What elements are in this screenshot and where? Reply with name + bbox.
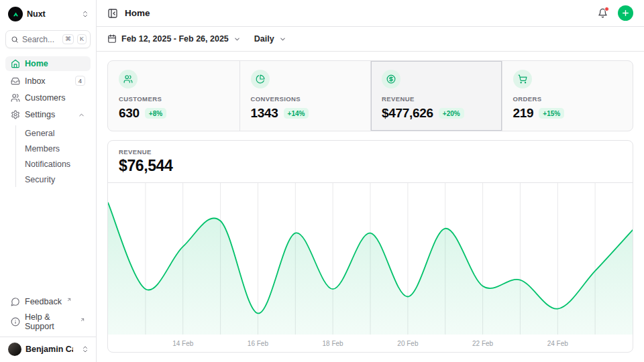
stat-value: 219 — [513, 106, 534, 121]
svg-text:16 Feb: 16 Feb — [248, 340, 269, 347]
topbar: Home — [97, 0, 644, 27]
sidebar-item-inbox[interactable]: Inbox 4 — [5, 73, 91, 88]
workspace-switcher[interactable]: Nuxt — [5, 5, 91, 23]
add-button[interactable] — [618, 5, 633, 21]
sidebar-item-label: Settings — [25, 110, 55, 119]
period-select[interactable]: Daily — [254, 34, 286, 44]
svg-text:18 Feb: 18 Feb — [323, 340, 344, 347]
page-title: Home — [125, 8, 150, 18]
workspace-name: Nuxt — [27, 9, 46, 19]
notifications-button[interactable] — [598, 8, 608, 18]
sidebar-item-home[interactable]: Home — [5, 56, 91, 71]
gear-icon — [11, 110, 20, 119]
svg-text:20 Feb: 20 Feb — [397, 340, 419, 347]
chevron-down-icon — [233, 36, 241, 43]
message-bubble-icon — [11, 297, 20, 306]
svg-text:14 Feb: 14 Feb — [172, 340, 194, 347]
stat-delta-badge: +15% — [539, 108, 564, 119]
collapse-sidebar-button[interactable] — [107, 8, 118, 19]
sidebar: Nuxt Search... ⌘ K Home Inbox 4 Customer… — [0, 0, 97, 362]
chart-pie-icon — [251, 70, 270, 88]
search-input[interactable]: Search... ⌘ K — [5, 30, 91, 48]
kbd-meta: ⌘ — [62, 34, 74, 44]
search-icon — [11, 36, 19, 44]
stat-label: CUSTOMERS — [119, 95, 229, 103]
sidebar-footer: Feedback Help & Support — [5, 294, 91, 337]
footer-item-label: Feedback — [25, 297, 62, 306]
revenue-chart-header: REVENUE $76,544 — [108, 141, 633, 183]
user-menu[interactable]: Benjamin Canac — [0, 337, 96, 362]
revenue-area-chart: 14 Feb16 Feb18 Feb20 Feb22 Feb24 Feb — [108, 183, 633, 352]
stat-card-conversions[interactable]: CONVERSIONS 1343 +14% — [239, 61, 371, 131]
users-icon — [11, 93, 20, 103]
sidebar-item-label: Home — [25, 59, 48, 68]
svg-text:22 Feb: 22 Feb — [472, 340, 494, 347]
sidebar-item-notifications[interactable]: Notifications — [25, 156, 91, 172]
shopping-cart-icon — [513, 70, 532, 88]
chart-title: REVENUE — [119, 148, 622, 156]
stat-delta-badge: +20% — [439, 108, 464, 119]
content: CUSTOMERS 630 +8% CONVERSIONS 1343 +14% — [97, 52, 644, 362]
kbd-k: K — [77, 34, 87, 44]
chevrons-up-down-icon — [81, 345, 89, 353]
sidebar-item-label: Customers — [25, 93, 65, 103]
stat-card-revenue[interactable]: REVENUE $477,626 +20% — [370, 61, 502, 131]
help-support-link[interactable]: Help & Support — [5, 310, 91, 333]
inbox-icon — [11, 76, 20, 86]
chevron-down-icon — [279, 36, 286, 43]
stat-value: 1343 — [251, 106, 278, 121]
stat-value: 630 — [119, 106, 140, 121]
stat-value: $477,626 — [382, 106, 433, 121]
revenue-chart-card: REVENUE $76,544 14 Feb16 Feb18 Feb20 Feb… — [107, 140, 633, 353]
stat-label: ORDERS — [513, 95, 623, 103]
date-range-picker[interactable]: Feb 12, 2025 - Feb 26, 2025 — [107, 34, 241, 44]
stat-label: CONVERSIONS — [251, 95, 360, 103]
avatar — [8, 343, 21, 356]
feedback-link[interactable]: Feedback — [5, 294, 91, 308]
period-value: Daily — [254, 34, 274, 44]
chart-current-value: $76,544 — [119, 157, 622, 175]
svg-text:24 Feb: 24 Feb — [547, 340, 569, 347]
stat-delta-badge: +14% — [284, 108, 309, 119]
users-icon — [119, 70, 138, 88]
stat-card-orders[interactable]: ORDERS 219 +15% — [502, 61, 633, 131]
panel-left-close-icon — [107, 8, 118, 19]
inbox-count-badge: 4 — [75, 76, 85, 86]
main-area: Home Feb 12, 2025 - Feb 26, 2025 Daily — [97, 0, 644, 362]
sidebar-item-customers[interactable]: Customers — [5, 90, 91, 105]
home-icon — [11, 59, 20, 68]
chevrons-up-down-icon — [81, 10, 89, 18]
external-link-icon — [66, 297, 72, 302]
stat-card-customers[interactable]: CUSTOMERS 630 +8% — [108, 61, 239, 131]
calendar-icon — [107, 34, 117, 44]
stats-row: CUSTOMERS 630 +8% CONVERSIONS 1343 +14% — [107, 60, 633, 131]
user-name: Benjamin Canac — [25, 345, 73, 354]
notification-dot — [604, 7, 609, 11]
info-circle-icon — [11, 317, 20, 326]
filters-toolbar: Feb 12, 2025 - Feb 26, 2025 Daily — [97, 27, 644, 52]
dashboard-page: { "colors": { "accent": "#00c16a", "acce… — [0, 0, 644, 362]
circle-dollar-icon — [382, 70, 400, 88]
stat-label: REVENUE — [382, 95, 491, 103]
settings-submenu: General Members Notifications Security — [15, 125, 91, 187]
chevron-up-icon — [78, 111, 85, 119]
footer-item-label: Help & Support — [25, 312, 75, 331]
sidebar-item-general[interactable]: General — [25, 125, 91, 141]
search-placeholder: Search... — [22, 35, 54, 44]
sidebar-item-members[interactable]: Members — [25, 141, 91, 156]
external-link-icon — [80, 317, 85, 322]
stat-delta-badge: +8% — [145, 108, 166, 119]
plus-icon — [621, 9, 630, 17]
sidebar-item-settings[interactable]: Settings — [5, 107, 91, 122]
sidebar-nav: Home Inbox 4 Customers Settings General … — [5, 56, 91, 187]
revenue-chart-body[interactable]: 14 Feb16 Feb18 Feb20 Feb22 Feb24 Feb — [108, 183, 633, 352]
date-range-value: Feb 12, 2025 - Feb 26, 2025 — [121, 34, 229, 44]
nuxt-logo-icon — [8, 7, 23, 21]
sidebar-item-label: Inbox — [25, 76, 46, 86]
sidebar-item-security[interactable]: Security — [25, 172, 91, 187]
